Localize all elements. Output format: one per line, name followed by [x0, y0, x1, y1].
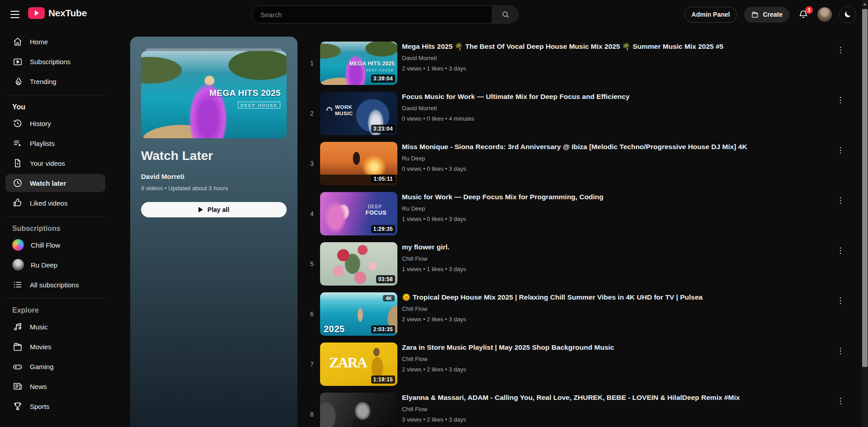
video-channel[interactable]: Ru Deep	[402, 205, 831, 212]
video-duration-badge: 3:23:04	[371, 125, 395, 133]
sports-icon	[12, 401, 23, 412]
video-meta: 2 views • 2 likes • 3 days	[402, 316, 831, 323]
brand-name: NexTube	[48, 8, 87, 19]
movies-icon	[12, 341, 23, 352]
sidebar-item-home[interactable]: Home	[5, 33, 105, 51]
notifications-button[interactable]: 3	[797, 8, 810, 21]
scrollbar[interactable]	[862, 0, 868, 427]
video-menu-icon[interactable]: ⋮	[835, 345, 846, 357]
sidebar-item-label: Movies	[30, 343, 52, 351]
video-title[interactable]: Focus Music for Work — Ultimate Mix for …	[402, 93, 831, 101]
sidebar-item-history[interactable]: History	[5, 114, 105, 132]
sidebar-item-label: Watch later	[30, 179, 66, 187]
theme-toggle-button[interactable]	[839, 6, 856, 23]
playlist-owner: David Morreti	[141, 173, 184, 180]
video-duration-badge: 2:03:35	[371, 325, 395, 333]
top-bar: NexTube Admin Panel Create 3	[0, 0, 868, 29]
video-thumbnail[interactable]: 23:24	[320, 393, 397, 427]
video-menu-icon[interactable]: ⋮	[835, 145, 846, 156]
video-channel[interactable]: Ru Deep	[402, 155, 831, 162]
sidebar-channel-chill-flow[interactable]: Chill Flow	[5, 236, 105, 254]
search-button[interactable]	[492, 6, 518, 23]
video-thumbnail[interactable]: WORK MUSIC 3:23:04	[320, 92, 397, 135]
video-thumbnail[interactable]: ZARA 1:19:15	[320, 343, 397, 386]
sidebar-item-playlists[interactable]: Playlists	[5, 134, 105, 152]
subscriptions-icon	[12, 56, 23, 67]
sidebar-item-news[interactable]: News	[5, 377, 105, 395]
hamburger-menu-icon[interactable]	[8, 8, 22, 21]
video-thumbnail[interactable]: 4K 2025 2:03:35	[320, 292, 397, 336]
video-channel[interactable]: Chill Flow	[402, 406, 831, 413]
video-row: 3 1:05:11 Miss Monique - Siona Records: …	[304, 142, 850, 185]
sidebar-item-label: News	[30, 383, 47, 390]
divider	[5, 216, 105, 217]
video-menu-icon[interactable]: ⋮	[835, 44, 846, 56]
scroll-up-icon[interactable]	[863, 3, 867, 5]
video-thumbnail[interactable]: 1:05:11	[320, 142, 397, 185]
channel-avatar	[12, 239, 24, 251]
sidebar-item-label: Your videos	[30, 160, 65, 167]
playlist-hero-thumbnail[interactable]: MEGA HITS 2025 DEEP HOUSE	[141, 51, 287, 138]
sidebar-item-gaming[interactable]: Gaming	[5, 357, 105, 375]
history-icon	[12, 118, 23, 129]
video-title[interactable]: Music for Work — Deep Focus Mix for Prog…	[402, 193, 831, 201]
video-title[interactable]: 🌞 Tropical Deep House Mix 2025 | Relaxin…	[402, 293, 831, 301]
admin-panel-button[interactable]: Admin Panel	[684, 7, 737, 23]
sidebar-item-sports[interactable]: Sports	[5, 397, 105, 415]
user-avatar[interactable]	[817, 7, 832, 22]
video-index: 5	[304, 260, 320, 267]
divider	[5, 298, 105, 299]
video-menu-icon[interactable]: ⋮	[835, 94, 846, 106]
headphones-icon	[326, 107, 332, 111]
video-channel[interactable]: Chill Flow	[402, 305, 831, 312]
play-all-button[interactable]: Play all	[141, 202, 287, 217]
video-menu-icon[interactable]: ⋮	[835, 195, 846, 206]
video-title[interactable]: Mega Hits 2025 🌴 The Best Of Vocal Deep …	[402, 42, 831, 51]
sidebar-item-label: All subscriptions	[30, 281, 79, 289]
sidebar-channel-ru-deep[interactable]: Ru Deep	[5, 256, 105, 274]
sidebar-item-label: Sports	[30, 403, 49, 410]
video-channel[interactable]: David Morreti	[402, 55, 831, 61]
video-menu-icon[interactable]: ⋮	[835, 295, 846, 307]
sidebar-item-liked-videos[interactable]: Liked videos	[5, 194, 105, 212]
video-title[interactable]: my flower girl.	[402, 243, 831, 251]
video-row: 4 DEEP FOCUS 1:29:35 Music for Work — De…	[304, 192, 850, 235]
video-duration-badge: 1:19:15	[371, 375, 395, 384]
sidebar-item-your-videos[interactable]: Your videos	[5, 154, 105, 172]
scrollbar-thumb[interactable]	[862, 9, 868, 367]
video-index: 7	[304, 361, 320, 368]
sidebar-item-all-subscriptions[interactable]: All subscriptions	[5, 276, 105, 294]
video-menu-icon[interactable]: ⋮	[835, 395, 846, 407]
thumbnail-text: 2025	[324, 324, 345, 334]
video-channel[interactable]: David Morreti	[402, 105, 831, 112]
sidebar-item-label: Liked videos	[30, 199, 67, 207]
video-thumbnail[interactable]: MEGA HITS 2025 DEEP HOUSE 3:39:04	[320, 42, 397, 85]
video-row: 8 23:24 Elyanna & Massari, ADAM - Callin…	[304, 393, 850, 427]
video-title[interactable]: Miss Monique - Siona Records: 3rd Annive…	[402, 143, 831, 151]
video-row: 1 MEGA HITS 2025 DEEP HOUSE 3:39:04 Mega…	[304, 42, 850, 85]
create-button[interactable]: Create	[744, 7, 789, 23]
video-meta: 3 views • 2 likes • 3 days	[402, 416, 831, 423]
video-channel[interactable]: Chill Flow	[402, 255, 831, 262]
video-title[interactable]: Zara in Store Music Playlist | May 2025 …	[402, 343, 831, 352]
sidebar-item-music[interactable]: Music	[5, 318, 105, 336]
thumbnail-text: FOCUS	[366, 210, 387, 216]
video-menu-icon[interactable]: ⋮	[835, 245, 846, 257]
sidebar-item-subscriptions[interactable]: Subscriptions	[5, 52, 105, 70]
video-thumbnail[interactable]: 03:58	[320, 242, 397, 286]
sidebar-item-trending[interactable]: Trending	[5, 72, 105, 90]
sidebar-item-watch-later[interactable]: Watch later	[5, 174, 105, 192]
playlist-title: Watch Later	[141, 149, 213, 163]
video-duration-badge: 03:58	[376, 275, 395, 283]
video-thumbnail[interactable]: DEEP FOCUS 1:29:35	[320, 192, 397, 235]
video-title[interactable]: Elyanna & Massari, ADAM - Calling You, R…	[402, 394, 831, 402]
video-channel[interactable]: Chill Flow	[402, 356, 831, 362]
header-actions: Admin Panel Create 3	[684, 0, 856, 29]
sidebar-item-label: Gaming	[30, 363, 54, 371]
play-logo-icon	[28, 7, 45, 19]
video-meta: 0 views • 0 likes • 3 days	[402, 165, 831, 172]
app-logo[interactable]: NexTube	[28, 7, 87, 19]
search-input[interactable]	[252, 6, 492, 23]
thumbnail-text: WORK	[335, 104, 352, 110]
sidebar-item-movies[interactable]: Movies	[5, 338, 105, 356]
